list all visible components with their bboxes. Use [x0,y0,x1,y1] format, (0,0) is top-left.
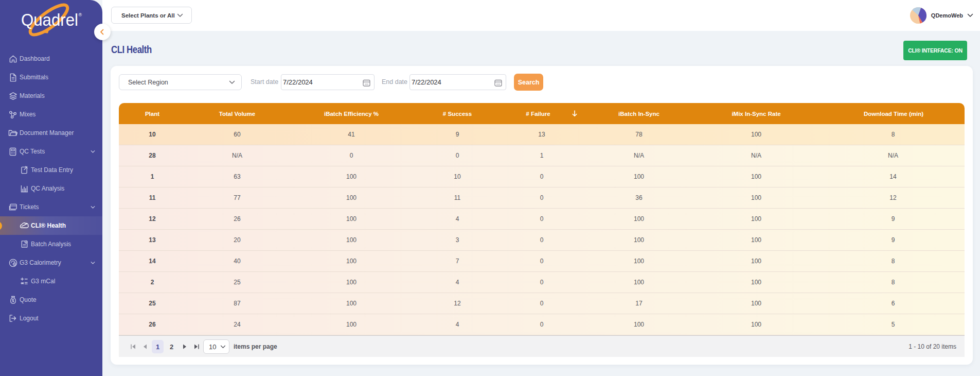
svg-text:Quadrel: Quadrel [21,10,78,29]
svg-text:®: ® [79,12,82,18]
